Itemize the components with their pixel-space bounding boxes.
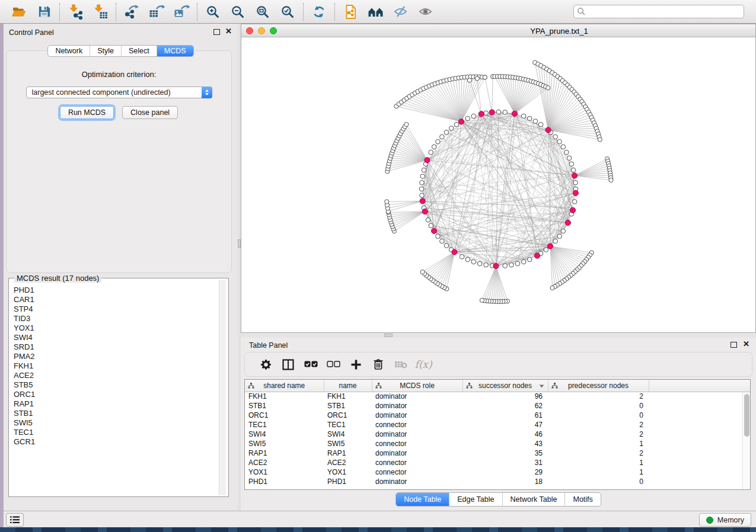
tab-network[interactable]: Network (48, 46, 90, 56)
table-cell[interactable]: 61 (462, 411, 548, 420)
search-input[interactable] (573, 5, 744, 18)
table-row[interactable]: ACE2ACE2connector311 (245, 458, 750, 467)
mcds-list-scrollbar[interactable] (219, 280, 226, 495)
share-document-button[interactable] (340, 3, 361, 21)
tab-edge-table[interactable]: Edge Table (449, 493, 502, 506)
column-header-name[interactable]: name (324, 380, 372, 392)
network-graph[interactable] (241, 37, 755, 332)
table-cell[interactable]: 1 (548, 458, 649, 467)
table-cell[interactable]: RAP1 (324, 448, 372, 458)
table-cell[interactable] (649, 439, 750, 448)
table-cell[interactable] (649, 448, 750, 458)
memory-button[interactable]: Memory (699, 513, 751, 527)
table-cell[interactable]: SWI4 (245, 430, 324, 439)
window-close-light[interactable] (246, 27, 253, 34)
mcds-node-item[interactable]: GCR1 (14, 437, 219, 447)
table-cell[interactable]: YOX1 (245, 467, 324, 477)
tab-motifs[interactable]: Motifs (564, 493, 600, 506)
table-cell[interactable] (649, 420, 750, 430)
table-cell[interactable]: connector (372, 458, 462, 467)
add-column-button[interactable] (344, 354, 367, 374)
column-header-predecessor-nodes[interactable]: predecessor nodes (548, 380, 649, 392)
mcds-node-item[interactable]: PMA2 (14, 352, 219, 361)
export-network-button[interactable] (122, 3, 142, 21)
table-cell[interactable]: dominator (372, 392, 462, 401)
mcds-node-item[interactable]: YOX1 (14, 323, 219, 333)
table-cell[interactable]: PHD1 (245, 477, 324, 486)
close-panel-button-inner[interactable]: Close panel (122, 106, 178, 119)
open-folder-button[interactable] (9, 3, 29, 21)
save-button[interactable] (34, 3, 54, 21)
show-columns-button[interactable] (277, 354, 299, 374)
table-row[interactable]: RAP1RAP1dominator352 (245, 448, 750, 458)
zoom-selected-button[interactable] (277, 3, 298, 21)
column-header-shared-name[interactable]: shared name (245, 380, 324, 392)
import-table-button[interactable] (90, 3, 110, 21)
table-cell[interactable]: 2 (548, 392, 649, 401)
table-cell[interactable]: STB1 (245, 401, 324, 411)
table-cell[interactable]: FKH1 (324, 392, 372, 401)
table-cell[interactable]: PHD1 (324, 477, 372, 486)
table-row[interactable]: TEC1TEC1connector472 (245, 420, 750, 430)
run-mcds-button[interactable]: Run MCDS (60, 106, 114, 119)
table-cell[interactable]: 2 (548, 420, 649, 430)
mcds-node-item[interactable]: RAP1 (14, 399, 219, 409)
table-cell[interactable]: SWI5 (324, 439, 372, 448)
table-row[interactable]: SWI5SWI5connector431 (245, 439, 750, 448)
table-cell[interactable]: ORC1 (324, 411, 372, 420)
delete-table-button[interactable] (390, 354, 412, 374)
export-image-button[interactable] (171, 3, 192, 21)
close-panel-button[interactable]: ✕ (225, 27, 232, 36)
table-cell[interactable]: 0 (548, 401, 649, 411)
table-cell[interactable]: 1 (548, 439, 649, 448)
table-cell[interactable]: 18 (462, 477, 548, 486)
table-cell[interactable]: 47 (462, 420, 548, 430)
table-cell[interactable]: 0 (548, 477, 649, 486)
float-table-panel-button[interactable] (731, 342, 737, 348)
export-table-button[interactable] (146, 3, 167, 21)
mcds-node-item[interactable]: FKH1 (14, 361, 219, 371)
mcds-node-item[interactable]: STB1 (14, 409, 219, 418)
zoom-out-button[interactable] (228, 3, 248, 21)
window-minimize-light[interactable] (258, 27, 265, 34)
table-cell[interactable]: FKH1 (245, 392, 324, 401)
close-table-panel-button[interactable]: ✕ (743, 340, 749, 348)
network-window-titlebar[interactable]: YPA_prune.txt_1 (241, 24, 755, 37)
table-cell[interactable]: TEC1 (245, 420, 324, 430)
table-cell[interactable]: TEC1 (324, 420, 372, 430)
mcds-node-item[interactable]: STP4 (14, 305, 219, 314)
table-cell[interactable]: ACE2 (245, 458, 324, 467)
table-cell[interactable] (649, 477, 750, 486)
table-cell[interactable]: ORC1 (245, 411, 324, 420)
horizontal-splitter[interactable] (241, 333, 756, 338)
table-cell[interactable]: dominator (372, 477, 462, 486)
table-cell[interactable]: 46 (462, 430, 548, 439)
table-scrollbar-thumb[interactable] (744, 394, 749, 437)
table-cell[interactable]: connector (372, 467, 462, 477)
mcds-node-item[interactable]: TEC1 (14, 428, 219, 437)
table-row[interactable]: PHD1PHD1dominator180 (245, 477, 750, 486)
table-cell[interactable]: connector (372, 439, 462, 448)
table-cell[interactable]: 2 (548, 430, 649, 439)
import-network-button[interactable] (65, 3, 85, 21)
table-cell[interactable]: ACE2 (324, 458, 372, 467)
task-history-button[interactable] (6, 513, 24, 527)
zoom-in-button[interactable] (203, 3, 223, 21)
mcds-node-item[interactable]: ORC1 (14, 390, 219, 399)
network-canvas[interactable] (241, 37, 755, 332)
table-cell[interactable]: 62 (462, 401, 548, 411)
table-cell[interactable] (649, 430, 750, 439)
table-settings-button[interactable] (254, 354, 277, 374)
table-cell[interactable] (649, 458, 750, 467)
table-cell[interactable]: SWI4 (324, 430, 372, 439)
table-cell[interactable]: 96 (462, 392, 548, 401)
table-cell[interactable]: dominator (372, 411, 462, 420)
table-row[interactable]: FKH1FKH1dominator962 (245, 392, 750, 401)
binoculars-search-button[interactable] (365, 3, 385, 21)
mcds-node-item[interactable]: SWI4 (14, 333, 219, 342)
table-cell[interactable]: SWI5 (245, 439, 324, 448)
table-cell[interactable] (649, 392, 750, 401)
table-cell[interactable]: RAP1 (245, 448, 324, 458)
table-row[interactable]: SWI4SWI4dominator462 (245, 430, 750, 439)
horizontal-splitter-handle[interactable] (384, 334, 393, 337)
